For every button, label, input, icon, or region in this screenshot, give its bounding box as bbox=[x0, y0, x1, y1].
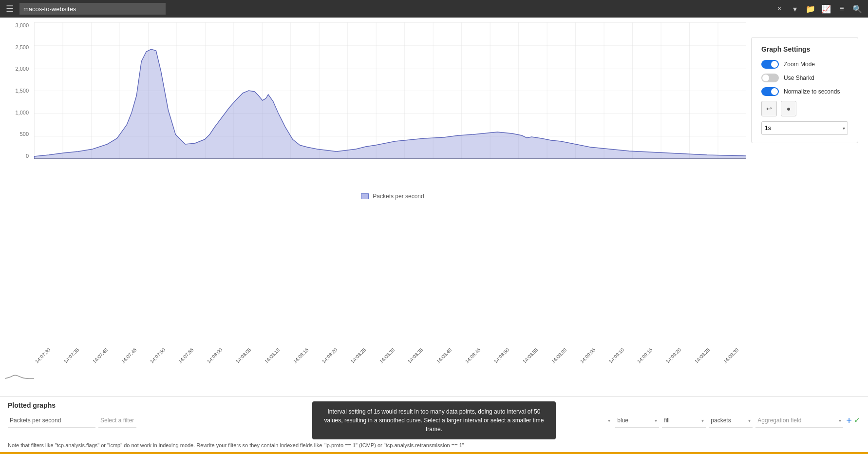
color-select[interactable]: blue red green yellow orange purple bbox=[615, 413, 659, 428]
graph-name-input[interactable] bbox=[8, 413, 95, 428]
chart-button[interactable]: 📈 bbox=[819, 2, 833, 16]
normalize-toggle[interactable] bbox=[761, 87, 779, 96]
title-input[interactable] bbox=[19, 3, 166, 15]
dropdown-button[interactable]: ▾ bbox=[788, 2, 802, 16]
titlebar-actions: × ▾ 📁 📈 ≡ 🔍 bbox=[773, 2, 864, 16]
agg-select[interactable]: packets bytes bits bbox=[709, 413, 753, 428]
agg-field-select[interactable]: Aggregation field bbox=[755, 413, 843, 428]
y-label-3000: 3,000 bbox=[15, 22, 29, 28]
menu-button[interactable]: ≡ bbox=[835, 2, 849, 16]
x-label: 14:09:00 bbox=[550, 347, 567, 364]
x-label: 14:07:35 bbox=[63, 347, 80, 364]
legend-label: Packets per second bbox=[373, 193, 424, 200]
legend-color-swatch bbox=[361, 193, 369, 199]
x-label: 14:08:35 bbox=[407, 347, 424, 364]
x-label: 14:07:55 bbox=[177, 347, 194, 364]
y-label-500: 500 bbox=[20, 131, 29, 137]
titlebar: ☰ × ▾ 📁 📈 ≡ 🔍 bbox=[0, 0, 868, 18]
y-label-2000: 2,000 bbox=[15, 66, 29, 72]
use-sharkd-toggle[interactable] bbox=[761, 74, 779, 82]
add-graph-button[interactable]: + bbox=[846, 416, 852, 425]
y-label-0: 0 bbox=[26, 153, 29, 159]
style-select[interactable]: fill line dot bbox=[662, 413, 706, 428]
y-label-2500: 2,500 bbox=[15, 44, 29, 50]
x-label: 14:08:10 bbox=[264, 347, 281, 364]
menu-icon[interactable]: ☰ bbox=[4, 3, 16, 14]
x-label: 14:09:20 bbox=[665, 347, 682, 364]
chart-svg[interactable] bbox=[34, 22, 746, 159]
chart-legend: Packets per second bbox=[0, 193, 868, 200]
undo-button[interactable]: ↩ bbox=[761, 101, 777, 116]
y-axis: 3,000 2,500 2,000 1,500 1,000 500 0 bbox=[0, 22, 32, 159]
x-axis: 14:07:30 14:07:35 14:07:40 14:07:45 14:0… bbox=[34, 358, 741, 366]
interval-select[interactable]: 1s 5s 10s 30s 1m bbox=[761, 121, 848, 135]
x-label: 14:09:15 bbox=[636, 347, 653, 364]
color-select-wrapper: blue red green yellow orange purple bbox=[615, 413, 659, 428]
folder-button[interactable]: 📁 bbox=[804, 2, 817, 16]
x-label: 14:08:05 bbox=[235, 347, 252, 364]
chart-area: 3,000 2,500 2,000 1,500 1,000 500 0 bbox=[0, 18, 868, 396]
x-label: 14:07:50 bbox=[149, 347, 166, 364]
x-label: 14:08:00 bbox=[206, 347, 223, 364]
mini-chart[interactable] bbox=[5, 369, 34, 382]
style-select-wrapper: fill line dot bbox=[662, 413, 706, 428]
x-label: 14:08:45 bbox=[464, 347, 481, 364]
note-text: Note that filters like "tcp.analysis.fla… bbox=[8, 442, 464, 448]
use-sharkd-row: Use Sharkd bbox=[761, 74, 848, 82]
row-actions: + ✓ bbox=[846, 416, 860, 425]
interval-wrapper: 1s 5s 10s 30s 1m bbox=[761, 121, 848, 135]
normalize-row: Normalize to seconds bbox=[761, 87, 848, 96]
zoom-mode-row: Zoom Mode bbox=[761, 60, 848, 69]
chart-container[interactable] bbox=[34, 22, 746, 169]
agg-select-wrapper: packets bytes bits bbox=[709, 413, 753, 428]
normalize-label: Normalize to seconds bbox=[784, 88, 840, 95]
zoom-mode-toggle[interactable] bbox=[761, 60, 779, 69]
reset-button[interactable]: ● bbox=[781, 101, 796, 116]
filter-select[interactable]: Select a filter bbox=[98, 413, 136, 428]
x-label: 14:07:40 bbox=[92, 347, 109, 364]
settings-buttons: ↩ ● bbox=[761, 101, 848, 116]
graph-settings-panel: Graph Settings Zoom Mode Use Sharkd Norm… bbox=[751, 37, 858, 143]
x-label: 14:09:30 bbox=[722, 347, 739, 364]
tooltip-bar: Interval setting of 1s would result in t… bbox=[312, 401, 556, 439]
y-label-1500: 1,500 bbox=[15, 88, 29, 94]
use-sharkd-label: Use Sharkd bbox=[784, 75, 814, 81]
x-label: 14:08:20 bbox=[321, 347, 338, 364]
x-label: 14:09:10 bbox=[608, 347, 625, 364]
x-label: 14:08:30 bbox=[378, 347, 396, 364]
x-label: 14:08:15 bbox=[292, 347, 309, 364]
x-label: 14:08:50 bbox=[493, 347, 510, 364]
x-label: 14:09:25 bbox=[694, 347, 711, 364]
zoom-mode-label: Zoom Mode bbox=[784, 61, 815, 68]
confirm-graph-button[interactable]: ✓ bbox=[854, 416, 860, 424]
agg-field-wrapper: Aggregation field bbox=[755, 413, 843, 428]
x-label: 14:08:55 bbox=[522, 347, 539, 364]
x-label: 14:07:45 bbox=[120, 347, 137, 364]
bottom-bar bbox=[0, 452, 868, 454]
x-label: 14:08:40 bbox=[435, 347, 453, 364]
y-label-1000: 1,000 bbox=[15, 110, 29, 115]
x-label: 14:08:25 bbox=[350, 347, 367, 364]
x-label: 14:09:05 bbox=[579, 347, 596, 364]
search-button[interactable]: 🔍 bbox=[850, 2, 864, 16]
close-button[interactable]: × bbox=[773, 2, 786, 16]
graph-settings-title: Graph Settings bbox=[761, 45, 848, 53]
x-label: 14:07:30 bbox=[34, 347, 51, 364]
main-content: 3,000 2,500 2,000 1,500 1,000 500 0 bbox=[0, 18, 868, 454]
